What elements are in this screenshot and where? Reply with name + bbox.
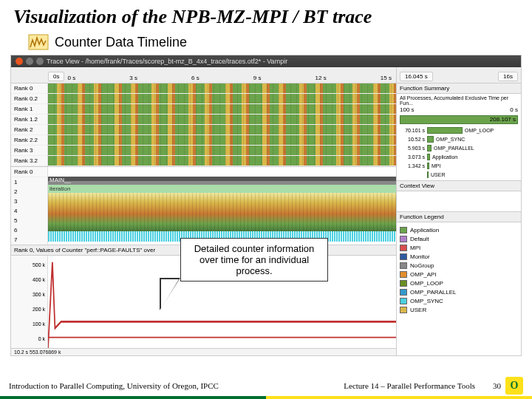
legend-swatch [400, 289, 407, 296]
minimize-icon[interactable] [26, 58, 33, 65]
function-legend: ApplicationDefaultMPIMonitorNoGroupOMP_A… [397, 222, 521, 355]
iteration-label: iteration [48, 185, 396, 193]
counter-timeline-icon [28, 34, 49, 50]
footer-accent-bar [0, 396, 532, 399]
uo-logo-icon: O [505, 377, 523, 395]
timeline-tick: 6 s [191, 75, 200, 81]
legend-swatch [400, 236, 407, 242]
callout-tail-icon [160, 278, 180, 310]
legend-item: OMP_PARALLEL [400, 287, 518, 296]
counter-ylabel: 500 k [11, 262, 47, 267]
legend-label: OMP_PARALLEL [410, 289, 457, 296]
legend-swatch [400, 245, 407, 251]
legend-item: MPI [400, 243, 518, 252]
rank-label: Rank 0 [11, 83, 47, 94]
timeline-pane: 0s 0 s3 s6 s9 s12 s15 s Rank 0Rank 0.2Ra… [11, 67, 397, 355]
rank-label: Rank 1.2 [11, 115, 47, 125]
timeline-ruler[interactable]: 0s 0 s3 s6 s9 s12 s15 s [11, 67, 396, 83]
fs-row[interactable]: 5.903 sOMP_PARALLEL [400, 143, 518, 152]
counter-ylabel: 100 k [11, 321, 47, 327]
fs-name: MPI [432, 163, 518, 168]
annotation-callout: Detailed counter information over time f… [180, 238, 328, 282]
section-heading: Counter Data Timeline [55, 35, 187, 50]
fs-bar [427, 136, 434, 143]
legend-swatch [400, 298, 407, 304]
rank-label: Rank 2.2 [11, 135, 47, 146]
end-time-box: 16s [498, 72, 518, 81]
page-number: 30 [493, 381, 505, 390]
timeline-tick: 9 s [253, 75, 262, 81]
detail-rank-label: Rank 0 [11, 167, 47, 177]
timeline-tracks[interactable] [48, 83, 396, 166]
fs-value: 3.073 s [400, 154, 425, 160]
fs-row[interactable]: USER [400, 170, 518, 179]
legend-title: Function Legend [397, 212, 521, 222]
main-label: MAIN__ [50, 177, 71, 183]
function-summary-title: Function Summary [397, 83, 521, 94]
timeline-tick: 0 s [67, 75, 75, 81]
detail-row-label: 3 [11, 197, 47, 206]
fs-value: 1.342 s [400, 163, 425, 168]
close-icon[interactable] [16, 58, 23, 65]
detail-row-label: 4 [11, 206, 47, 216]
legend-label: Default [410, 236, 429, 242]
rank-track[interactable] [48, 115, 396, 125]
window-title: Trace View - /home/frank/Traces/scorep_b… [47, 58, 287, 65]
counter-ylabel: 200 k [11, 307, 47, 312]
detail-row-label: 2 [11, 187, 47, 197]
fs-axis-left: 100 s [400, 106, 415, 113]
rank-track[interactable] [48, 83, 396, 94]
rank-track[interactable] [48, 135, 396, 146]
total-time-box: 16.045 s [400, 72, 433, 81]
detail-row-label: 5 [11, 216, 47, 225]
fs-value: 5.903 s [400, 146, 425, 151]
legend-label: OMP_LOOP [410, 280, 443, 287]
legend-swatch [400, 280, 407, 287]
rank-label: Rank 3.2 [11, 156, 47, 166]
footer-lecture: Lecture 14 – Parallel Performance Tools [344, 381, 493, 390]
timeline-tick: 12 s [316, 75, 327, 81]
slide-title: Visualization of the NPB-MZ-MPI / BT tra… [0, 0, 532, 31]
window-titlebar[interactable]: Trace View - /home/frank/Traces/scorep_b… [11, 55, 521, 67]
fs-bar [427, 163, 429, 169]
legend-label: Monitor [410, 253, 430, 260]
footer-left: Introduction to Parallel Computing, Univ… [9, 381, 344, 390]
rank-track[interactable] [48, 104, 396, 115]
legend-item: USER [400, 305, 518, 314]
legend-item: NoGroup [400, 261, 518, 270]
fs-bar [427, 154, 430, 160]
legend-item: OMP_SYNC [400, 296, 518, 305]
rank-track[interactable] [48, 146, 396, 156]
context-view[interactable] [397, 191, 521, 212]
fs-row[interactable]: 10.52 sOMP_SYNC [400, 134, 518, 143]
legend-item: Application [400, 225, 518, 234]
detail-row-label: 6 [11, 225, 47, 235]
fs-name: OMP_LOOP [465, 128, 518, 133]
fs-row[interactable]: 1.342 sMPI [400, 161, 518, 170]
legend-swatch [400, 307, 407, 313]
detail-row-label: 7 [11, 235, 47, 245]
counter-ylabel: 400 k [11, 277, 47, 282]
legend-label: OMP_SYNC [410, 298, 443, 304]
counter-ylabel: 300 k [11, 292, 47, 297]
rank-track[interactable] [48, 94, 396, 104]
rank-label: Rank 0.2 [11, 94, 47, 104]
maximize-icon[interactable] [36, 58, 44, 65]
legend-swatch [400, 271, 407, 278]
rank-track[interactable] [48, 125, 396, 135]
fs-name: OMP_SYNC [436, 137, 518, 142]
legend-swatch [400, 253, 407, 260]
fs-name: Application [432, 154, 518, 160]
timeline-tick: 3 s [129, 75, 137, 81]
counter-ylabel: 0 k [11, 336, 47, 341]
legend-label: USER [410, 307, 426, 313]
rank-label: Rank 1 [11, 104, 47, 115]
legend-label: MPI [410, 245, 420, 251]
fs-row[interactable]: 3.073 sApplication [400, 152, 518, 161]
fs-row[interactable]: 70.101 sOMP_LOOP [400, 126, 518, 134]
timeline-tick: 15 s [381, 75, 392, 81]
rank-track[interactable] [48, 156, 396, 166]
function-summary[interactable]: All Processes, Accumulated Exclusive Tim… [397, 94, 521, 181]
detail-tracks[interactable]: MAIN__ iteration [48, 167, 396, 245]
fs-bar [427, 171, 429, 178]
